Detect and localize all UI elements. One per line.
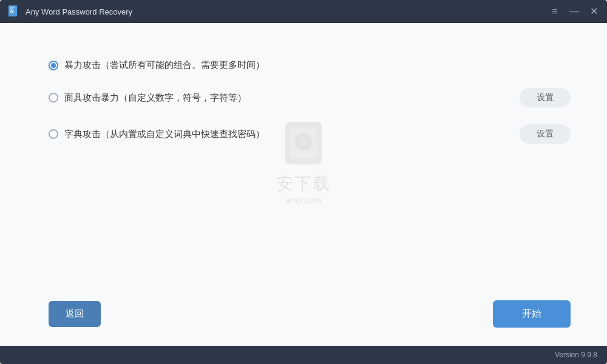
option-row-brute-force: 暴力攻击（尝试所有可能的组合。需要更多时间） xyxy=(49,59,571,71)
menu-button[interactable]: ≡ xyxy=(549,5,561,18)
footer: 返回 开始 xyxy=(0,300,607,346)
settings-button-mask[interactable]: 设置 xyxy=(520,88,571,107)
version-label: Version 9.9.8 xyxy=(555,351,597,359)
minimize-button[interactable]: — xyxy=(568,5,580,18)
option-label-brute-force[interactable]: 暴力攻击（尝试所有可能的组合。需要更多时间） xyxy=(64,59,265,71)
window-controls: ≡ — ✕ xyxy=(549,5,600,18)
option-row-dictionary: 字典攻击（从内置或自定义词典中快速查找密码） 设置 xyxy=(49,124,571,144)
radio-mask-attack[interactable] xyxy=(49,93,58,103)
app-icon: W xyxy=(7,5,21,18)
svg-rect-4 xyxy=(10,8,13,10)
option-left-1: 暴力攻击（尝试所有可能的组合。需要更多时间） xyxy=(49,59,265,71)
start-button[interactable]: 开始 xyxy=(493,300,571,328)
svg-rect-3 xyxy=(10,7,15,8)
status-bar: Version 9.9.8 xyxy=(0,346,607,364)
radio-brute-force[interactable] xyxy=(49,61,58,70)
options-section: 暴力攻击（尝试所有可能的组合。需要更多时间） 面具攻击暴力（自定义数字，符号，字… xyxy=(49,47,571,282)
main-content: 暴力攻击（尝试所有可能的组合。需要更多时间） 面具攻击暴力（自定义数字，符号，字… xyxy=(0,23,607,300)
title-bar-title: Any Word Password Recovery xyxy=(25,7,549,16)
back-button[interactable]: 返回 xyxy=(49,301,101,327)
option-left-3: 字典攻击（从内置或自定义词典中快速查找密码） xyxy=(49,129,265,140)
svg-text:W: W xyxy=(10,9,14,13)
title-bar: W Any Word Password Recovery ≡ — ✕ xyxy=(0,0,607,23)
option-label-dictionary[interactable]: 字典攻击（从内置或自定义词典中快速查找密码） xyxy=(64,129,265,140)
radio-dictionary-attack[interactable] xyxy=(49,129,58,139)
option-label-mask-attack[interactable]: 面具攻击暴力（自定义数字，符号，字符等） xyxy=(64,92,246,104)
close-button[interactable]: ✕ xyxy=(588,5,600,18)
option-left-2: 面具攻击暴力（自定义数字，符号，字符等） xyxy=(49,92,246,104)
app-window: W Any Word Password Recovery ≡ — ✕ 暴力攻击（… xyxy=(0,0,607,364)
settings-button-dictionary[interactable]: 设置 xyxy=(520,124,571,144)
option-row-mask-attack: 面具攻击暴力（自定义数字，符号，字符等） 设置 xyxy=(49,88,571,107)
